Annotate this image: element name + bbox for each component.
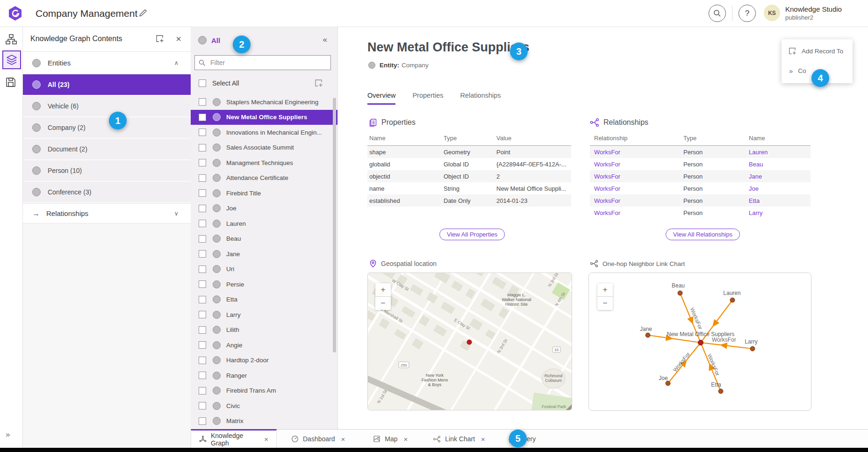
list-item-selected[interactable]: New Metal Office Suppliers	[191, 110, 337, 125]
item-checkbox[interactable]	[199, 98, 206, 106]
save-icon[interactable]	[5, 76, 18, 89]
relationships-section-header[interactable]: → Relationships ∨	[22, 203, 191, 223]
item-checkbox[interactable]	[199, 341, 206, 349]
view-tab-map[interactable]: Map ×	[365, 430, 416, 448]
list-item[interactable]: Uri	[191, 262, 337, 277]
list-item[interactable]: Etta	[191, 292, 337, 308]
close-panel-icon[interactable]: ×	[174, 34, 183, 43]
item-checkbox[interactable]	[199, 265, 206, 273]
item-checkbox[interactable]	[199, 372, 206, 379]
item-checkbox[interactable]	[199, 159, 206, 166]
list-item[interactable]: Persie	[191, 277, 337, 292]
edit-title-icon[interactable]	[138, 8, 148, 18]
chevron-down-icon[interactable]: ∨	[174, 210, 179, 217]
chevron-up-icon[interactable]: ∧	[174, 59, 179, 66]
item-checkbox[interactable]	[199, 144, 206, 151]
node-larry[interactable]	[750, 346, 755, 351]
list-item[interactable]: Firebird Trans Am	[191, 383, 337, 399]
zoom-in-button[interactable]: +	[375, 283, 391, 297]
onehop-link-chart[interactable]: WorksFor WorksFor WorksFor WorksFor Beau…	[588, 273, 811, 411]
add-record-icon[interactable]	[155, 34, 165, 43]
view-all-properties-button[interactable]: View All Properties	[439, 229, 505, 240]
node-beau[interactable]	[678, 291, 682, 295]
list-item[interactable]: Hardtop 2-door	[191, 353, 337, 368]
item-checkbox[interactable]	[199, 387, 206, 395]
close-tab-icon[interactable]: ×	[264, 435, 268, 443]
relationship-row[interactable]: WorksForPersonJane	[590, 170, 811, 182]
relationship-row[interactable]: WorksForPersonEtta	[590, 194, 811, 207]
entity-type-person[interactable]: Person (10)	[22, 160, 191, 182]
list-item[interactable]: Ranger	[191, 368, 337, 383]
item-checkbox[interactable]	[199, 129, 206, 136]
menu-item-add-record-to[interactable]: Add Record To	[782, 43, 853, 59]
item-checkbox[interactable]	[199, 189, 206, 197]
item-checkbox[interactable]	[199, 235, 206, 243]
close-tab-icon[interactable]: ×	[404, 435, 408, 443]
list-header-all[interactable]: All	[198, 36, 220, 44]
item-checkbox[interactable]	[199, 174, 206, 182]
item-checkbox[interactable]	[199, 296, 206, 303]
list-item[interactable]: Sales Associate Summit	[191, 140, 337, 156]
relationship-row[interactable]: WorksForPersonLauren	[590, 146, 811, 158]
view-all-relationships-button[interactable]: View All Relationships	[666, 229, 740, 240]
list-item[interactable]: Jane	[191, 246, 337, 262]
item-checkbox[interactable]	[199, 114, 206, 121]
item-checkbox[interactable]	[199, 357, 206, 364]
node-lauren[interactable]	[730, 298, 735, 302]
list-scrollbar[interactable]	[333, 98, 336, 352]
list-item[interactable]: Attendance Certificate	[191, 171, 337, 186]
zoom-in-button[interactable]: +	[597, 283, 613, 297]
item-checkbox[interactable]	[199, 220, 206, 227]
property-row[interactable]: establishedDate Only2014-01-23	[367, 194, 571, 207]
zoom-out-button[interactable]: −	[597, 297, 613, 310]
user-avatar[interactable]: KS	[764, 5, 780, 21]
list-item[interactable]: Lauren	[191, 216, 337, 231]
property-row[interactable]: shapeGeometryPoint	[367, 146, 571, 158]
add-record-icon[interactable]	[314, 79, 323, 88]
property-row[interactable]: objectidObject ID2	[367, 170, 571, 182]
view-tab-dashboard[interactable]: Dashboard ×	[283, 430, 353, 448]
view-tab-knowledge-graph[interactable]: Knowledge Graph ×	[191, 429, 277, 448]
select-all-checkbox[interactable]	[199, 79, 206, 87]
zoom-out-button[interactable]: −	[375, 297, 391, 310]
close-tab-icon[interactable]: ×	[481, 435, 485, 443]
view-tab-link-chart[interactable]: Link Chart ×	[425, 430, 493, 448]
list-item[interactable]: Managment Techniques	[191, 155, 337, 171]
list-item[interactable]: Matrix	[191, 414, 337, 429]
geospatial-map[interactable]: 33 250 W Clay St W Marshall St E Clay St…	[367, 273, 572, 410]
entity-type-conference[interactable]: Conference (3)	[22, 182, 191, 203]
contents-rail-button[interactable]	[2, 50, 21, 69]
node-center[interactable]	[698, 340, 703, 345]
entities-section-header[interactable]: Entities ∧	[22, 52, 191, 74]
entity-type-company[interactable]: Company (2)	[22, 117, 191, 139]
relationship-row[interactable]: WorksForPersonBeau	[590, 158, 811, 170]
data-model-icon[interactable]	[5, 33, 18, 46]
expand-rail-icon[interactable]: »	[6, 430, 10, 439]
item-checkbox[interactable]	[199, 250, 206, 258]
list-item[interactable]: Lilith	[191, 323, 337, 338]
list-item[interactable]: Joe	[191, 201, 337, 216]
node-etta[interactable]	[718, 389, 723, 394]
list-item[interactable]: Larry	[191, 307, 337, 323]
list-item[interactable]: Firebird Title	[191, 186, 337, 201]
property-row[interactable]: nameStringNew Metal Office Suppli...	[367, 182, 571, 194]
tab-relationships[interactable]: Relationships	[460, 92, 501, 105]
item-checkbox[interactable]	[199, 311, 206, 318]
relationship-row[interactable]: WorksForPersonJoe	[590, 182, 811, 194]
tab-overview[interactable]: Overview	[367, 92, 395, 105]
entity-type-all[interactable]: All (23)	[22, 74, 191, 96]
search-button[interactable]	[709, 5, 726, 22]
item-checkbox[interactable]	[199, 326, 206, 334]
map-marker[interactable]	[467, 340, 472, 344]
relationship-row[interactable]: WorksForPersonLarry	[590, 207, 811, 219]
item-checkbox[interactable]	[199, 402, 206, 409]
list-item[interactable]: Angie	[191, 337, 337, 353]
item-checkbox[interactable]	[199, 417, 206, 425]
collapse-panel-icon[interactable]: «	[323, 35, 327, 44]
entity-type-vehicle[interactable]: Vehicle (6)	[22, 96, 191, 117]
close-tab-icon[interactable]: ×	[341, 435, 345, 443]
list-item[interactable]: Innovations in Mechanical Engin...	[191, 125, 337, 140]
property-row[interactable]: globalidGlobal ID{A228944F-0EF5-412A-...	[367, 158, 571, 170]
node-jane[interactable]	[646, 333, 650, 337]
filter-input[interactable]	[209, 58, 330, 67]
